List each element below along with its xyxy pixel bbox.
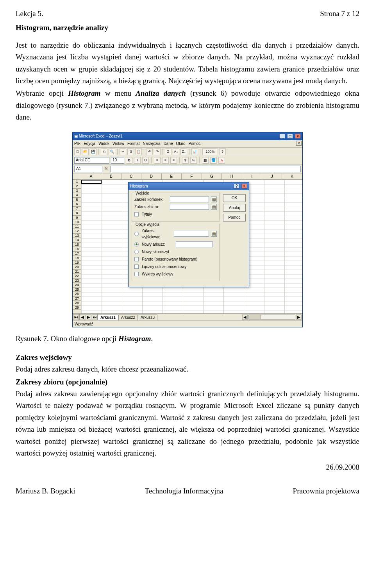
- sheet-tab-2[interactable]: Arkusz2: [118, 315, 138, 320]
- print-icon[interactable]: ⎙: [101, 148, 107, 155]
- row-header[interactable]: 9: [73, 216, 81, 220]
- align-right-icon[interactable]: ≡: [170, 157, 177, 164]
- inner-close-icon[interactable]: ×: [296, 141, 302, 146]
- font-size-select[interactable]: 10: [111, 157, 124, 164]
- checkbox-tytuly[interactable]: [134, 212, 139, 216]
- close-icon[interactable]: ×: [295, 134, 301, 139]
- checkbox-pareto[interactable]: [134, 257, 139, 261]
- col-header[interactable]: B: [101, 173, 121, 179]
- menu-okno[interactable]: Okno: [176, 141, 186, 147]
- align-center-icon[interactable]: ≡: [162, 157, 169, 164]
- fx-icon[interactable]: fx: [105, 166, 108, 172]
- col-header[interactable]: J: [262, 173, 282, 179]
- row-header[interactable]: 20: [73, 265, 81, 270]
- sort-asc-icon[interactable]: A↓: [173, 148, 179, 155]
- refpicker-icon[interactable]: ▤: [211, 197, 217, 202]
- row-header[interactable]: 16: [73, 247, 81, 252]
- row-header[interactable]: 17: [73, 252, 81, 256]
- menu-format[interactable]: Format: [127, 141, 140, 147]
- menu-plik[interactable]: Plik: [74, 141, 80, 147]
- row-header[interactable]: 21: [73, 270, 81, 274]
- row-header[interactable]: 28: [73, 301, 81, 306]
- row-header[interactable]: 14: [73, 238, 81, 243]
- copy-icon[interactable]: ⧉: [127, 148, 134, 155]
- refpicker-icon[interactable]: ▤: [211, 231, 217, 237]
- tab-prev-icon[interactable]: ◀: [79, 314, 85, 320]
- help-icon[interactable]: ?: [219, 148, 226, 155]
- row-header[interactable]: 29: [73, 306, 81, 310]
- col-header[interactable]: G: [202, 173, 222, 179]
- zoom-box[interactable]: 100%: [202, 148, 218, 155]
- row-header[interactable]: 4: [73, 193, 81, 198]
- radio-nowy-arkusz[interactable]: [134, 242, 139, 247]
- row-header[interactable]: 12: [73, 229, 81, 234]
- paste-icon[interactable]: 📋: [135, 148, 142, 155]
- row-header[interactable]: 15: [73, 243, 81, 247]
- row-header[interactable]: 3: [73, 189, 81, 193]
- dialog-close-icon[interactable]: ×: [241, 184, 247, 189]
- align-left-icon[interactable]: ≡: [154, 157, 161, 164]
- chart-icon[interactable]: 📊: [191, 148, 198, 155]
- font-color-icon[interactable]: A: [218, 157, 225, 164]
- radio-zakres-wyjsciowy[interactable]: [134, 232, 139, 236]
- row-header[interactable]: 8: [73, 211, 81, 216]
- col-header[interactable]: H: [222, 173, 242, 179]
- cells-area[interactable]: Histogram ? × OK Anuluj Pomoc: [81, 180, 302, 313]
- percent-icon[interactable]: %: [190, 157, 197, 164]
- col-header[interactable]: F: [182, 173, 202, 179]
- tab-first-icon[interactable]: ⏮: [73, 314, 79, 320]
- input-nowy-arkusz[interactable]: [176, 241, 213, 247]
- radio-nowy-skoroszyt[interactable]: [134, 250, 139, 254]
- fill-color-icon[interactable]: 🪣: [210, 157, 217, 164]
- row-header[interactable]: 7: [73, 207, 81, 211]
- minimize-icon[interactable]: _: [279, 134, 285, 139]
- select-all-corner[interactable]: [73, 173, 81, 179]
- underline-icon[interactable]: U: [142, 157, 149, 164]
- cut-icon[interactable]: ✂: [120, 148, 126, 155]
- italic-icon[interactable]: I: [134, 157, 141, 164]
- checkbox-laczny[interactable]: [134, 265, 139, 269]
- row-header[interactable]: 6: [73, 202, 81, 207]
- row-header[interactable]: 2: [73, 184, 81, 189]
- cancel-button[interactable]: Anuluj: [223, 204, 246, 212]
- sum-icon[interactable]: Σ: [165, 148, 171, 155]
- row-header[interactable]: 1: [73, 180, 81, 184]
- font-name-select[interactable]: Arial CE: [74, 157, 109, 164]
- menu-wstaw[interactable]: Wstaw: [112, 141, 124, 147]
- col-header[interactable]: E: [162, 173, 182, 179]
- row-header[interactable]: 5: [73, 198, 81, 202]
- row-header[interactable]: 27: [73, 297, 81, 301]
- horizontal-scroll[interactable]: ◀ ▶: [157, 315, 302, 320]
- undo-icon[interactable]: ↶: [146, 148, 153, 155]
- sort-desc-icon[interactable]: Z↓: [180, 148, 187, 155]
- menu-edycja[interactable]: Edycja: [84, 141, 95, 147]
- redo-icon[interactable]: ↷: [154, 148, 161, 155]
- name-box[interactable]: A1: [74, 166, 102, 172]
- bold-icon[interactable]: B: [126, 157, 132, 164]
- input-zakres-wyjsciowy[interactable]: [174, 231, 209, 237]
- sheet-tab-3[interactable]: Arkusz3: [138, 315, 157, 320]
- row-header[interactable]: 22: [73, 274, 81, 279]
- row-header[interactable]: 18: [73, 256, 81, 261]
- ok-button[interactable]: OK: [223, 194, 246, 202]
- row-header[interactable]: 25: [73, 288, 81, 292]
- input-zakres-zbioru[interactable]: [170, 204, 209, 210]
- tab-last-icon[interactable]: ⏭: [92, 314, 98, 320]
- active-cell[interactable]: [81, 180, 102, 184]
- checkbox-wykres[interactable]: [134, 272, 139, 276]
- col-header[interactable]: A: [81, 173, 101, 179]
- new-icon[interactable]: □: [74, 148, 81, 155]
- dialog-help-icon[interactable]: ?: [234, 184, 239, 189]
- col-header[interactable]: C: [121, 173, 141, 179]
- menu-narzedzia[interactable]: Narzędzia: [143, 141, 161, 147]
- row-header[interactable]: 11: [73, 225, 81, 229]
- menu-pomoc[interactable]: Pomoc: [188, 141, 200, 147]
- currency-icon[interactable]: $: [182, 157, 189, 164]
- preview-icon[interactable]: 🔍: [109, 148, 115, 155]
- col-header[interactable]: D: [141, 173, 161, 179]
- col-header[interactable]: I: [242, 173, 262, 179]
- col-header[interactable]: K: [282, 173, 302, 179]
- save-icon[interactable]: 💾: [90, 148, 96, 155]
- row-header[interactable]: 26: [73, 292, 81, 297]
- row-header[interactable]: 24: [73, 283, 81, 288]
